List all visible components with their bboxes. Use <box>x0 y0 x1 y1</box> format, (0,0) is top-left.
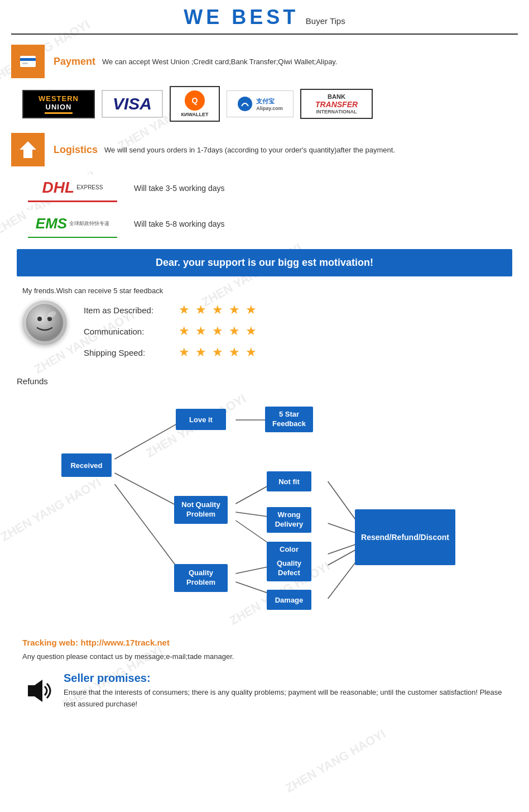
svg-point-6 <box>37 317 42 321</box>
star12: ★ <box>195 345 206 360</box>
svg-line-10 <box>115 473 184 509</box>
qiwi-logo: Q КИWALLET <box>170 86 220 122</box>
star9: ★ <box>229 324 240 338</box>
western-union-logo: WESTERN UNION <box>22 90 95 118</box>
stars-rows: Item as Described: ★ ★ ★ ★ ★ Communicati… <box>84 303 257 360</box>
svg-rect-2 <box>22 63 28 64</box>
not-fit-box: Not fit <box>267 471 311 491</box>
five-star-box: 5 Star Feedback <box>265 407 313 432</box>
quality-problem-box: Quality Problem <box>174 564 228 592</box>
promises-text: Ensure that the interests of consumers; … <box>64 687 507 710</box>
speaker-icon <box>22 674 56 713</box>
dhl-time: Will take 3-5 working days <box>134 184 225 193</box>
header-title: WE BEST <box>184 6 299 28</box>
page-header: WE BEST Buyer Tips <box>11 6 518 35</box>
logistics-section: Logistics We will send yours orders in 1… <box>11 133 518 238</box>
svg-marker-4 <box>20 141 36 158</box>
visa-logo: VISA <box>102 90 163 118</box>
star2: ★ <box>195 303 206 317</box>
svg-marker-23 <box>28 680 42 702</box>
logistics-text: We will send yours orders in 1-7days (ac… <box>104 146 395 154</box>
svg-rect-1 <box>20 58 36 61</box>
svg-rect-0 <box>20 56 36 67</box>
star4: ★ <box>229 303 240 317</box>
payment-text: We can accept West Union ;Credit card;Ba… <box>102 58 337 66</box>
ems-logo: EMS 全球邮政特快专递 <box>28 210 117 238</box>
payment-icon <box>11 45 45 78</box>
promises-title: Seller promises: <box>64 672 507 685</box>
blue-banner: Dear. your support is our bigg est motiv… <box>17 249 512 276</box>
promises-section: Seller promises: Ensure that the interes… <box>22 672 507 713</box>
communication-row: Communication: ★ ★ ★ ★ ★ <box>84 324 257 338</box>
bank-transfer-logo: BANK TRANSFER INTERNATIONAL <box>300 89 373 119</box>
item-described-row: Item as Described: ★ ★ ★ ★ ★ <box>84 303 257 317</box>
star11: ★ <box>179 345 190 360</box>
dhl-logo: DHL EXPRESS <box>28 174 117 202</box>
logistics-label: Logistics <box>54 144 98 156</box>
star10: ★ <box>246 324 257 338</box>
promises-content: Seller promises: Ensure that the interes… <box>64 672 507 710</box>
payment-section: Payment We can accept West Union ;Credit… <box>11 45 518 122</box>
star13: ★ <box>212 345 223 360</box>
refunds-title: Refunds <box>17 376 48 386</box>
ems-time: Will take 5-8 working days <box>134 219 225 228</box>
header-subtitle: Buyer Tips <box>306 16 345 26</box>
payment-label: Payment <box>54 56 95 68</box>
shipping-speed-label: Shipping Speed: <box>84 348 173 357</box>
svg-line-11 <box>115 484 184 576</box>
dhl-row: DHL EXPRESS Will take 3-5 working days <box>28 174 518 202</box>
payment-logos: WESTERN UNION VISA Q КИWALLET <box>22 86 518 122</box>
not-quality-box: Not Quality Problem <box>174 496 228 524</box>
wrong-delivery-box: Wrong Delivery <box>267 507 311 533</box>
tracking-text: Any question please contact us by messag… <box>22 652 507 661</box>
tracking-section: Tracking web: http://www.17track.net Any… <box>22 638 507 661</box>
feedback-intro: My frends.Wish can receive 5 star feedba… <box>22 286 507 295</box>
smiley-icon <box>22 300 67 345</box>
star14: ★ <box>229 345 240 360</box>
flow-container: Received Love it 5 Star Feedback Not Qua… <box>17 386 512 621</box>
item-described-label: Item as Described: <box>84 305 173 315</box>
star5: ★ <box>246 303 257 317</box>
svg-line-9 <box>115 420 184 459</box>
svg-point-5 <box>26 304 63 341</box>
star7: ★ <box>195 324 206 338</box>
resend-box: Resend/Refund/Discont <box>355 509 455 565</box>
logistics-icon <box>11 133 45 166</box>
quality-defect-box: Quality Defect <box>267 556 311 581</box>
star6: ★ <box>179 324 190 338</box>
shipping-speed-row: Shipping Speed: ★ ★ ★ ★ ★ <box>84 345 257 360</box>
communication-label: Communication: <box>84 327 173 336</box>
tracking-label: Tracking web: <box>22 638 78 647</box>
star3: ★ <box>212 303 223 317</box>
refunds-section: Refunds <box>17 376 512 621</box>
damage-box: Damage <box>267 590 311 610</box>
star1: ★ <box>179 303 190 317</box>
received-box: Received <box>61 453 112 477</box>
alipay-logo: 支付宝 Alipay.com <box>227 90 294 117</box>
love-it-box: Love it <box>176 409 226 430</box>
star8: ★ <box>212 324 223 338</box>
tracking-url: http://www.17track.net <box>80 638 169 647</box>
star15: ★ <box>246 345 257 360</box>
ems-row: EMS 全球邮政特快专递 Will take 5-8 working days <box>28 210 518 238</box>
flow-lines <box>17 386 512 621</box>
stars-section: Item as Described: ★ ★ ★ ★ ★ Communicati… <box>22 300 507 360</box>
